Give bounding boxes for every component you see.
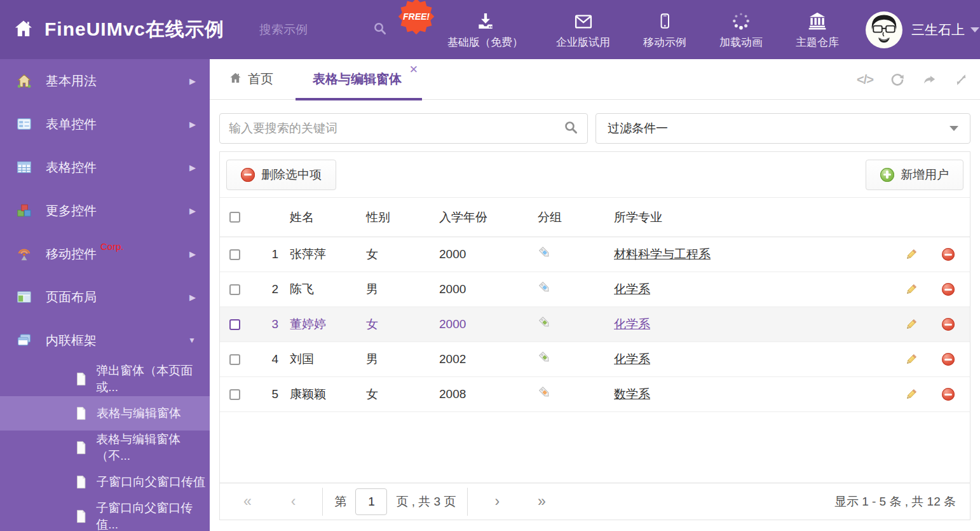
major-link[interactable]: 化学系 xyxy=(614,282,650,296)
chevron-right-icon: ▶ xyxy=(189,249,196,259)
free-badge-label: FREE! xyxy=(398,0,435,35)
row-number: 1 xyxy=(258,247,283,261)
cell-name: 刘国 xyxy=(283,351,360,368)
bank-icon xyxy=(807,10,827,31)
col-year: 入学年份 xyxy=(433,209,531,226)
nav-item-basic-edition[interactable]: 基础版（免费） xyxy=(447,10,523,50)
row-checkbox[interactable] xyxy=(229,249,240,260)
main-area: 首页 表格与编辑窗体 ✕ </> xyxy=(210,59,980,531)
antenna-icon xyxy=(17,246,33,261)
tab-grid-edit-window[interactable]: 表格与编辑窗体 ✕ xyxy=(313,59,402,100)
nav-item-mobile-demo[interactable]: 移动示例 xyxy=(643,10,686,50)
sidebar-subitem-child-to-parent[interactable]: 子窗口向父窗口传值 xyxy=(0,465,210,499)
delete-row-button[interactable] xyxy=(927,318,970,331)
nav-item-label: 基础版（免费） xyxy=(447,35,523,50)
tag-icon xyxy=(531,350,608,368)
download-icon xyxy=(475,10,496,31)
header-search-input[interactable] xyxy=(259,23,355,37)
major-link[interactable]: 化学系 xyxy=(614,317,650,331)
table-row[interactable]: 1 张萍萍 女 2000 材料科学与工程系 xyxy=(220,237,970,272)
nav-item-label: 主题仓库 xyxy=(796,35,839,50)
delete-row-button[interactable] xyxy=(927,248,970,261)
tag-icon xyxy=(531,280,608,298)
cell-name: 张萍萍 xyxy=(283,246,360,263)
app-header: FineUIMvc在线示例 FREE! 基础版（免费） 企业版试用 xyxy=(0,0,980,59)
edit-button[interactable] xyxy=(895,388,927,401)
sidebar-item-page-layout[interactable]: 页面布局 ▶ xyxy=(0,275,210,319)
table-row[interactable]: 2 陈飞 男 2000 化学系 xyxy=(220,272,970,307)
edit-button[interactable] xyxy=(895,248,927,261)
chevron-down-icon xyxy=(970,27,979,32)
cell-name: 康颖颖 xyxy=(283,386,360,403)
tab-home[interactable]: 首页 xyxy=(229,71,273,88)
keyword-search-input[interactable] xyxy=(229,121,563,135)
row-checkbox[interactable] xyxy=(229,284,240,295)
delete-selected-button[interactable]: 删除选中项 xyxy=(226,160,336,190)
table-row-selected[interactable]: 3 董婷婷 女 2000 化学系 xyxy=(220,307,970,342)
page-label-total: 页 , 共 3 页 xyxy=(396,493,456,510)
sidebar-subitem-popup-window[interactable]: 弹出窗体（本页面或... xyxy=(0,362,210,396)
user-menu[interactable]: 三生石上 xyxy=(911,21,979,39)
refresh-icon[interactable] xyxy=(890,72,905,87)
search-icon[interactable] xyxy=(372,21,387,38)
sidebar-item-form-controls[interactable]: 表单控件 ▶ xyxy=(0,102,210,146)
major-link[interactable]: 化学系 xyxy=(614,352,650,366)
tab-close-icon[interactable]: ✕ xyxy=(409,64,418,75)
sidebar-subitem-grid-edit-window-2[interactable]: 表格与编辑窗体（不... xyxy=(0,431,210,465)
mobile-icon xyxy=(657,10,673,31)
filter-dropdown[interactable]: 过滤条件一 xyxy=(595,113,970,144)
nav-item-enterprise-trial[interactable]: 企业版试用 xyxy=(556,10,610,50)
cell-gender: 女 xyxy=(360,246,433,263)
table-row[interactable]: 5 康颖颖 女 2008 数学系 xyxy=(220,377,970,412)
sidebar-subitem-label: 弹出窗体（本页面或... xyxy=(96,362,210,396)
nav-item-loading-animation[interactable]: 加载动画 xyxy=(719,10,763,50)
search-icon[interactable] xyxy=(563,120,578,137)
delete-row-button[interactable] xyxy=(927,283,970,296)
nav-item-theme-repo[interactable]: 主题仓库 xyxy=(796,10,839,50)
major-link[interactable]: 数学系 xyxy=(614,387,650,401)
first-page-button[interactable]: « xyxy=(243,494,252,509)
expand-icon[interactable] xyxy=(954,72,969,87)
cell-gender: 女 xyxy=(360,386,433,403)
chevron-down-icon: ▼ xyxy=(188,336,196,345)
delete-row-button[interactable] xyxy=(927,353,970,366)
sidebar-item-basic-usage[interactable]: 基本用法 ▶ xyxy=(0,59,210,102)
header-nav: FREE! 基础版（免费） 企业版试用 移动示例 加载动画 xyxy=(447,10,839,50)
col-major: 所学专业 xyxy=(608,209,895,226)
sidebar-item-mobile-controls[interactable]: 移动控件 Corp. ▶ xyxy=(0,232,210,275)
share-icon[interactable] xyxy=(922,72,937,87)
sidebar-item-grid-controls[interactable]: 表格控件 ▶ xyxy=(0,146,210,189)
sidebar-subitem-child-to-parent-2[interactable]: 子窗口向父窗口传值... xyxy=(0,499,210,531)
major-link[interactable]: 材料科学与工程系 xyxy=(614,247,711,261)
page-icon xyxy=(75,406,88,420)
layout-icon xyxy=(17,289,33,305)
home-icon[interactable] xyxy=(13,18,34,42)
table-row[interactable]: 4 刘国 男 2002 化学系 xyxy=(220,342,970,377)
prev-page-button[interactable]: ‹ xyxy=(291,494,296,509)
sidebar-subitem-label: 表格与编辑窗体 xyxy=(97,405,181,422)
tab-bar: 首页 表格与编辑窗体 ✕ </> xyxy=(210,59,980,100)
cell-year: 2008 xyxy=(433,387,531,401)
edit-button[interactable] xyxy=(895,318,927,331)
source-code-icon[interactable]: </> xyxy=(857,72,873,87)
sidebar-item-label: 移动控件 xyxy=(46,245,97,263)
delete-button-label: 删除选中项 xyxy=(261,167,322,183)
select-all-checkbox[interactable] xyxy=(229,212,240,223)
last-page-button[interactable]: » xyxy=(538,494,546,509)
row-checkbox[interactable] xyxy=(229,354,240,365)
row-checkbox[interactable] xyxy=(229,389,240,400)
add-user-button[interactable]: 新增用户 xyxy=(866,160,963,190)
row-number: 5 xyxy=(258,387,283,401)
edit-button[interactable] xyxy=(895,283,927,296)
avatar[interactable] xyxy=(866,11,902,48)
next-page-button[interactable]: › xyxy=(494,494,500,509)
cell-gender: 男 xyxy=(360,281,433,298)
edit-button[interactable] xyxy=(895,353,927,366)
sidebar-item-more-controls[interactable]: 更多控件 ▶ xyxy=(0,189,210,232)
sidebar-item-iframe[interactable]: 内联框架 ▼ xyxy=(0,319,210,362)
page-number-input[interactable] xyxy=(355,488,387,515)
sidebar-item-label: 页面布局 xyxy=(46,289,97,306)
delete-row-button[interactable] xyxy=(927,388,970,401)
row-checkbox[interactable] xyxy=(229,319,240,330)
sidebar-subitem-grid-edit-window[interactable]: 表格与编辑窗体 xyxy=(0,396,210,431)
